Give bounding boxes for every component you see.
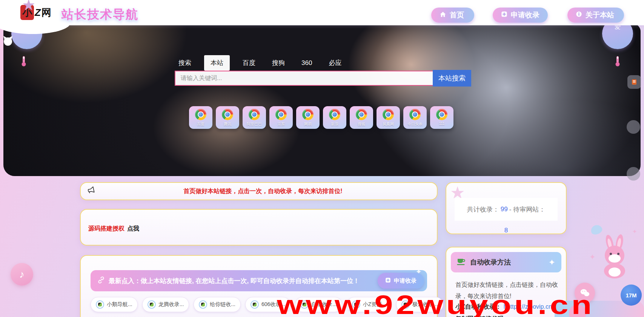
thermometer-icon [21,56,26,68]
stats-pending-label: - 待审网站： [509,205,545,214]
megaphone-icon [87,186,95,196]
tab-bing[interactable]: 必应 [325,56,345,70]
tile-tencent[interactable]: 腾讯 [216,106,239,129]
tile-sina[interactable]: 新浪 [323,106,346,129]
sparkle-icon: ✦ [589,252,596,261]
stats-pending-value: 8 [446,227,566,234]
site-link-item[interactable]: 小鹅导航... [91,297,138,312]
info-icon [576,11,582,19]
site-logo[interactable]: 小 Z 网 [14,3,58,22]
nav-about-label: 关于本站 [586,10,614,20]
license-card: 源码搭建授权点我 [80,209,438,246]
logo-z: Z [35,7,41,19]
thermometer-icon [615,56,620,68]
chrome-icon [409,109,421,120]
floating-button[interactable] [627,120,640,134]
site-link-item[interactable]: 龙腾收录... [142,297,189,312]
sparkle-icon: ✦ [632,228,637,235]
logo-suffix: 网 [41,6,51,19]
hero-banner-image [3,23,641,176]
chrome-icon [275,109,287,120]
quick-link-tiles: 百度 腾讯 阿里巴巴 京东 网易 新浪 搜狐 凤凰网 今日头条 111 [189,106,453,129]
floating-button[interactable] [627,167,640,181]
nav-apply-button[interactable]: 申请收录 [493,8,548,23]
chrome-icon [356,109,367,120]
tab-this-site[interactable]: 本站 [204,55,230,71]
nav-home-label: 首页 [450,10,464,20]
license-highlight: 源码搭建授权 [88,225,124,232]
chrome-icon [222,109,233,120]
nav-about-button[interactable]: 关于本站 [567,8,624,23]
back-to-top-button[interactable] [627,75,641,89]
stats-total-label: 共计收录： [467,205,499,214]
tab-baidu[interactable]: 百度 [239,56,259,70]
star-icon: ★ [22,0,35,14]
watermark: www.92wuyou.cn [277,292,595,317]
tile-baidu[interactable]: 百度 [189,106,212,129]
favicon-icon [199,300,207,309]
rabbit-mascot [598,233,632,281]
sparkle-icon: ✦ [549,258,555,268]
cat-icon [2,35,14,48]
coffee-cup-icon [457,257,466,268]
license-action-link[interactable]: 点我 [127,225,139,232]
link-icon [97,276,105,286]
page: 小 Z 网 站长技术导航 首页 申请收录 关于本站 萌 爱 ★ 搜索 本站 百度… [0,0,644,317]
method-card-title: 自动收录方法 [470,258,511,267]
tab-search-label[interactable]: 搜索 [175,56,195,70]
apply-include-label: 申请收录 [394,277,417,285]
chrome-icon [329,109,340,120]
announcement-card: 首页做好本站链接，点击一次，自动收录，每次来访排首位! [80,182,438,200]
tab-360[interactable]: 360 [298,57,316,70]
chrome-icon [383,109,394,120]
apply-include-button[interactable]: 申请收录 [378,273,424,289]
chrome-icon [249,109,260,120]
search-button[interactable]: 本站搜索 [433,70,471,87]
plus-icon [385,277,391,284]
tile-toutiao[interactable]: 今日头条 [403,106,427,129]
nav-home-button[interactable]: 首页 [431,8,474,23]
search-input[interactable] [175,71,433,86]
search-engine-tabs: 搜索 本站 百度 搜狗 360 必应 [175,55,345,71]
stats-card: ★ 共计收录： 99 - 待审网站： 8 [446,182,567,234]
stats-total-value: 99 [501,206,508,213]
stats-line: 共计收录： 99 - 待审网站： [455,198,558,221]
latest-entries-bar: 最新点入：做上本站友情链接, 在您站上点击一次, 即可自动收录并自动排在本站第一… [91,270,427,291]
chrome-icon [436,109,447,120]
tile-sohu[interactable]: 搜狐 [350,106,373,129]
tab-sogou[interactable]: 搜狗 [268,56,289,70]
nav-apply-label: 申请收录 [511,10,539,20]
site-link-item[interactable]: 给你链收... [194,297,241,312]
tile-111[interactable]: 111 [430,106,453,129]
favicon-icon [96,300,104,309]
favicon-icon [148,300,156,309]
tile-alibaba[interactable]: 阿里巴巴 [243,106,266,129]
method-card-header: 自动收录方法 ✦ [451,252,561,272]
plus-icon [501,11,507,19]
tile-netease[interactable]: 网易 [296,106,320,129]
top-icon [631,79,637,85]
chrome-icon [302,109,314,120]
favicon-icon [251,300,259,309]
page-title: 站长技术导航 [61,6,138,23]
tile-ifeng[interactable]: 凤凰网 [377,106,400,129]
badge-17m[interactable]: 17M [621,285,642,306]
home-icon [440,11,446,20]
announcement-text: 首页做好本站链接，点击一次，自动收录，每次来访排首位! [95,187,431,195]
chrome-icon [195,109,206,120]
music-note-button[interactable]: ♪ [11,263,33,286]
latest-entries-text: 最新点入：做上本站友情链接, 在您站上点击一次, 即可自动收录并自动排在本站第一… [109,277,360,285]
tile-jd[interactable]: 京东 [269,106,293,129]
